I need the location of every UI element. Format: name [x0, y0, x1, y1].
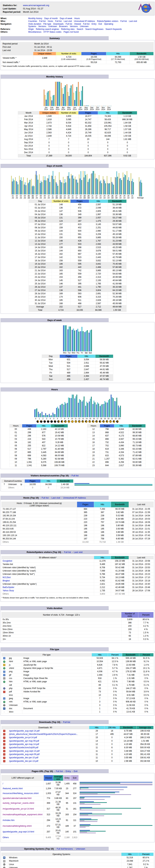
download-link[interactable]: /gazette/gazette_dec-jan-13.pdf	[9, 760, 38, 762]
monthly-row: Mar 20142,8738,034 63,332133,9611.84 GB	[18, 121, 137, 124]
download-link[interactable]: /gazette/gazette_aug-sept-14.pdf	[9, 730, 39, 732]
page-url-link[interactable]: /gazette/gazette_aug-sept-14.html	[3, 831, 34, 833]
download-link[interactable]: /gazette/gazette_aug-sept-13.pdf	[9, 750, 39, 752]
menu-link[interactable]: Full list	[83, 23, 89, 25]
monthly-row: Nov 201400 000	[18, 148, 137, 151]
section-link[interactable]: Full list	[63, 721, 70, 723]
section-link[interactable]: Last visit	[74, 551, 83, 553]
menu-link[interactable]: Miscellaneous	[28, 31, 41, 33]
day-row: 03 Jul 2014147 5062,80549.41 MB	[29, 210, 126, 213]
page-url-link[interactable]: /	[3, 782, 3, 785]
menu-link[interactable]: Search Keywords	[106, 28, 122, 30]
menu-link[interactable]: Versions	[38, 25, 46, 28]
page-url-link[interactable]: Others	[3, 836, 9, 839]
menu-link[interactable]: Versions	[70, 25, 78, 28]
page-url-link[interactable]: /recreational/kayak/kayak_equipment.shtm…	[3, 813, 42, 816]
menu-link[interactable]: Entry	[91, 23, 96, 25]
site-name[interactable]: www.amcnarragansett.org	[23, 4, 50, 7]
file-type-row: - kmz 100 % 8.91 MB0.5 %	[2, 693, 154, 696]
day-row: 08 Jul 2014159 4022,25144.83 MB	[29, 226, 126, 229]
menu-link[interactable]: Unknown	[48, 25, 57, 28]
page-url-link[interactable]: /gazette/calendar/calendar.html	[3, 797, 32, 799]
viewed-traffic-label: Viewed traffic *	[2, 55, 33, 61]
menu-link[interactable]: HTTP Status codes	[43, 31, 62, 33]
menu-link[interactable]: Referring sites	[61, 28, 74, 30]
download-link[interactable]: /gazette/gazette_jun-jul-14.pdf	[9, 736, 37, 739]
section-title: Pages-URL (Top 10)	[32, 770, 53, 773]
hour-pie-icon	[37, 420, 39, 423]
menu-link[interactable]: Full list	[66, 23, 72, 25]
menu-link[interactable]: Search Keyphrases	[85, 28, 104, 30]
robot-row: Others3,803 157.82 MB	[2, 592, 154, 596]
menu-link[interactable]: Last visit	[64, 20, 72, 22]
section-link[interactable]: Full list	[72, 474, 78, 477]
menu-row-referrers: Referrers: OriginReferring search engine…	[1, 28, 154, 30]
page-url-link[interactable]: /activity_listings/narr_events.shtml	[3, 802, 34, 804]
menu-link[interactable]: Visits duration	[28, 23, 41, 25]
page-url-link[interactable]: /m/index.htm	[3, 819, 14, 822]
menu-link[interactable]: Full list	[55, 20, 62, 22]
col-unique-visitors: Unique visitors	[33, 52, 56, 55]
menu-row-navigation: Navigation: Visits durationFile typeDown…	[1, 23, 154, 28]
summary-reported-value: Month Jul 2014	[33, 42, 154, 45]
page-url-link[interactable]: /featured_events.html	[3, 787, 23, 790]
menu-link[interactable]: Full list	[39, 20, 45, 22]
download-link[interactable]: /gazette/gazette_aug-sept-09.pdf	[9, 753, 39, 755]
file-type-icon: P	[3, 687, 5, 689]
menu-link[interactable]: File type	[43, 23, 51, 25]
download-link[interactable]: /gazette/GazetteJuneJuly08.pdf	[9, 746, 38, 749]
menu-link[interactable]: Unresolved IP Address	[74, 20, 95, 22]
file-type-icon: C	[3, 677, 5, 679]
section-link[interactable]: Full list	[56, 770, 63, 773]
menu-link[interactable]: Monthly history	[28, 17, 42, 20]
hour-pie-icon	[78, 420, 81, 423]
page-url-link[interactable]: /m/gazette/gazette_jun-jul-14.html	[3, 808, 34, 810]
download-link[interactable]: /gazette/gazette_apr-may-09.pdf	[9, 740, 39, 742]
menu-row-when: When: Monthly historyDays of monthDays o…	[1, 17, 154, 20]
day-row: 29 Jul 2014174 6063,31570.26 MB	[29, 295, 126, 299]
menu-link[interactable]: Referring search engines	[36, 28, 59, 30]
weekday-row: Sun456 2,45748.74 MB	[42, 378, 113, 381]
menu-link[interactable]: Hours	[74, 17, 80, 20]
hour-row: 06517 2,79741.80 MB	[9, 447, 68, 451]
menu-link[interactable]: Hosts	[48, 20, 53, 22]
menu-link[interactable]: Robots/Spiders visitors	[97, 20, 118, 22]
section-title: Robots/Spiders visitors (Top 10)	[27, 551, 61, 553]
host-row: 46.118.159.53186 1863.86 MB30 Jul 2014 -…	[2, 530, 154, 534]
section-link[interactable]: Unresolved IP Address	[63, 496, 86, 499]
section-link[interactable]: Full list	[64, 551, 71, 553]
os-row: ? Unknown 1,7672 %	[2, 866, 154, 868]
download-link[interactable]: /photo_albums/local_hikes/birchwold09/gu…	[9, 733, 78, 735]
menu-link[interactable]: Viewed	[74, 23, 81, 25]
section-link[interactable]: Last visit	[51, 496, 60, 499]
menu-link[interactable]: Exit	[99, 23, 102, 25]
download-link[interactable]: /gazette/gazette_apr-may-14.pdf	[9, 743, 39, 745]
menu-link[interactable]: Days of month	[44, 17, 58, 20]
download-link[interactable]: /gazette/gazette_dec-jan-10.pdf	[9, 756, 38, 759]
menu-link[interactable]: Countries	[28, 20, 37, 22]
menu-link[interactable]: Unknown	[80, 25, 88, 28]
reported-period-value[interactable]: Month Jul 2014	[23, 10, 50, 13]
duration-row: 5mn-15mn1934 %	[2, 628, 154, 631]
menu-link[interactable]: Browsers	[59, 25, 68, 28]
day-row: 17 Jul 2014142 5232,44342.79 MB	[29, 256, 126, 259]
section-link[interactable]: Exit	[74, 770, 77, 773]
menu-link[interactable]: Last visit	[129, 20, 137, 22]
menu-link[interactable]: Full list	[120, 20, 127, 22]
section-link[interactable]: Unknown	[76, 847, 85, 850]
file-type-icon: H	[3, 701, 5, 703]
menu-link[interactable]: Pages not found	[64, 31, 79, 33]
section-link[interactable]: Entry	[66, 770, 71, 773]
page-url-link[interactable]: /resources/hike/hiking_resources.shtml	[3, 792, 38, 795]
section-link[interactable]: Full list	[42, 496, 48, 499]
menu-link[interactable]: Days of week	[60, 17, 72, 20]
menu-link[interactable]: Downloads	[53, 23, 64, 25]
robot-row: Unknown robot (identified by 'spider')2,…	[2, 582, 154, 586]
day-row: 23 Jul 2014153 4562,31340.99 MB	[29, 276, 126, 279]
menu-link[interactable]: Origin	[28, 28, 34, 30]
page-url-link[interactable]: /recreational/biking/biking.shtml	[3, 825, 32, 827]
weekday-row: Sat465 2,36447.57 MB	[42, 374, 113, 378]
section-link[interactable]: Full list/Versions	[56, 847, 73, 850]
pdf-file-icon: A	[3, 753, 5, 755]
menu-link[interactable]: Search	[77, 28, 83, 30]
